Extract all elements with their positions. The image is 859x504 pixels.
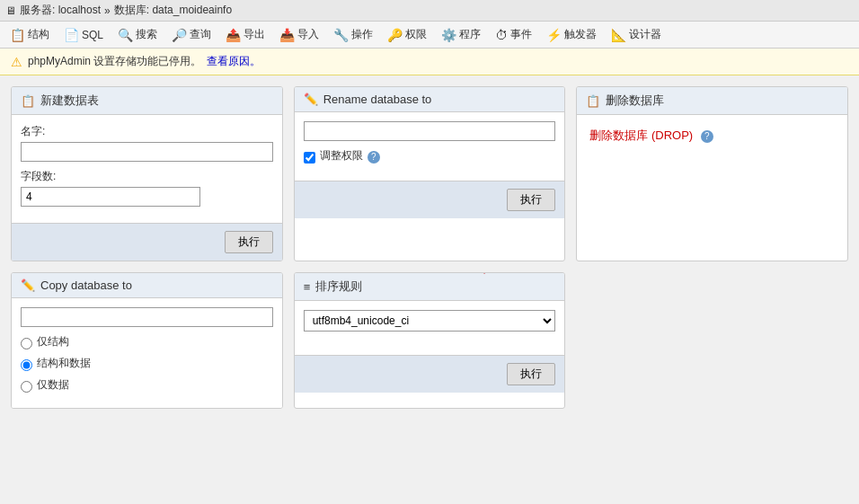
card-delete-header: 📋 删除数据库	[577, 87, 847, 115]
collation-icon: ≡	[304, 280, 311, 294]
card-new-table-title: 新建数据表	[40, 93, 99, 109]
breadcrumb-sep: »	[104, 4, 111, 17]
toolbar-structure-label: 结构	[28, 27, 49, 42]
copy-radio-structure: 仅结构	[21, 334, 273, 352]
card-new-table-header: 📋 新建数据表	[12, 87, 282, 115]
card-collation-header: ≡ 排序规则	[295, 273, 565, 301]
server-label: 服务器: localhost	[20, 3, 101, 18]
toolbar-search[interactable]: 🔍 搜索	[111, 23, 164, 46]
field-count-input[interactable]	[21, 187, 200, 207]
card-copy-header: ✏️ Copy database to	[12, 273, 282, 298]
toolbar-routine-label: 程序	[459, 27, 481, 42]
copy-radio-both-input[interactable]	[21, 359, 32, 371]
server-icon: 🖥	[5, 4, 16, 17]
card-collation-footer: 执行	[295, 355, 565, 393]
rename-checkbox-label: 调整权限	[320, 148, 363, 164]
export-icon: 📤	[226, 28, 241, 42]
card-rename-title: Rename database to	[323, 93, 432, 106]
card-delete: 📋 删除数据库 删除数据库 (DROP) ?	[576, 86, 848, 261]
copy-radio-data: 仅数据	[21, 377, 273, 395]
structure-icon: 📋	[10, 28, 25, 42]
card-new-table-footer: 执行	[12, 223, 282, 261]
copy-radio-both-label: 结构和数据	[37, 356, 91, 371]
card-copy-title: Copy database to	[40, 279, 132, 292]
rename-checkbox[interactable]	[304, 152, 315, 164]
privilege-icon: 🔑	[387, 28, 403, 42]
card-rename-header: ✏️ Rename database to	[295, 87, 565, 112]
routine-icon: ⚙️	[441, 28, 456, 42]
name-field-group: 名字:	[21, 124, 273, 162]
name-label: 名字:	[21, 124, 273, 139]
toolbar-operate-label: 操作	[351, 27, 373, 42]
search-icon: 🔍	[118, 28, 133, 42]
delete-icon: 📋	[586, 94, 600, 108]
rename-icon: ✏️	[304, 93, 318, 106]
main-content: 📋 新建数据表 名字: 字段数: 执行 ✏️ Rename database t…	[0, 75, 859, 420]
delete-db-link[interactable]: 删除数据库 (DROP)	[589, 128, 693, 142]
card-collation: ≡ 排序规则 utf8mb4_unicode_ci utf8_general_c…	[294, 272, 566, 409]
copy-radio-data-input[interactable]	[21, 381, 32, 393]
warning-bar: ⚠ phpMyAdmin 设置存储功能已停用。 查看原因。	[0, 49, 859, 75]
toolbar-event-label: 事件	[510, 27, 532, 42]
collation-select[interactable]: utf8mb4_unicode_ci utf8_general_ci latin…	[304, 310, 556, 332]
name-input[interactable]	[21, 142, 273, 162]
toolbar-structure[interactable]: 📋 结构	[4, 23, 56, 46]
field-count-label: 字段数:	[21, 169, 273, 184]
operate-icon: 🔧	[333, 28, 349, 42]
toolbar-search-label: 搜索	[136, 27, 157, 42]
toolbar-privilege[interactable]: 🔑 权限	[381, 23, 433, 46]
trigger-icon: ⚡	[546, 28, 562, 42]
card-rename: ✏️ Rename database to 调整权限 ? 执行	[294, 86, 566, 261]
db-label: 数据库: data_moideainfo	[114, 3, 232, 18]
card-delete-title: 删除数据库	[606, 93, 664, 109]
toolbar-designer-label: 设计器	[629, 27, 661, 42]
toolbar-export[interactable]: 📤 导出	[219, 23, 271, 46]
warning-text: phpMyAdmin 设置存储功能已停用。	[28, 54, 201, 69]
copy-input[interactable]	[21, 307, 273, 327]
toolbar-designer[interactable]: 📐 设计器	[605, 23, 668, 46]
copy-radio-structure-label: 仅结构	[37, 334, 69, 349]
toolbar-trigger[interactable]: ⚡ 触发器	[540, 23, 603, 46]
toolbar-import-label: 导入	[297, 27, 319, 42]
copy-radio-data-label: 仅数据	[37, 377, 69, 393]
import-icon: 📥	[279, 28, 295, 42]
toolbar-sql[interactable]: 📄 SQL	[58, 24, 110, 46]
rename-exec-btn[interactable]: 执行	[507, 189, 555, 211]
copy-icon: ✏️	[21, 279, 35, 292]
toolbar-query-label: 查询	[190, 27, 211, 42]
collation-exec-btn[interactable]: 执行	[507, 363, 555, 385]
toolbar: 📋 结构 📄 SQL 🔍 搜索 🔎 查询 📤 导出 📥 导入 🔧 操作 🔑 权限…	[0, 22, 859, 49]
toolbar-query[interactable]: 🔎 查询	[165, 23, 217, 46]
toolbar-event[interactable]: ⏱ 事件	[489, 23, 538, 46]
card-new-table: 📋 新建数据表 名字: 字段数: 执行	[11, 86, 283, 261]
delete-help-icon[interactable]: ?	[701, 130, 713, 143]
designer-icon: 📐	[611, 28, 626, 42]
field-count-group: 字段数:	[21, 169, 273, 207]
rename-help-icon[interactable]: ?	[368, 151, 380, 164]
card-copy: ✏️ Copy database to 仅结构 结构和数据 仅数据	[11, 272, 283, 409]
card-rename-footer: 执行	[295, 181, 565, 218]
card-collation-title: 排序规则	[315, 279, 362, 295]
warning-icon: ⚠	[11, 55, 22, 69]
new-table-icon: 📋	[21, 94, 35, 108]
copy-radio-structure-input[interactable]	[21, 338, 32, 349]
query-icon: 🔎	[172, 28, 187, 42]
toolbar-routine[interactable]: ⚙️ 程序	[435, 23, 487, 46]
new-table-exec-btn[interactable]: 执行	[225, 231, 273, 253]
toolbar-privilege-label: 权限	[405, 27, 427, 42]
toolbar-trigger-label: 触发器	[564, 27, 597, 42]
toolbar-sql-label: SQL	[82, 29, 103, 41]
top-bar: 🖥 服务器: localhost » 数据库: data_moideainfo	[0, 0, 859, 22]
rename-input-group	[304, 121, 556, 141]
toolbar-export-label: 导出	[244, 27, 265, 42]
sql-icon: 📄	[64, 28, 79, 42]
copy-input-group	[21, 307, 273, 327]
copy-radio-both: 结构和数据	[21, 356, 273, 374]
toolbar-import[interactable]: 📥 导入	[273, 23, 325, 46]
warning-link[interactable]: 查看原因。	[207, 54, 261, 69]
event-icon: ⏱	[495, 28, 508, 42]
toolbar-operate[interactable]: 🔧 操作	[327, 23, 379, 46]
rename-input[interactable]	[304, 121, 556, 141]
rename-checkbox-row: 调整权限 ?	[304, 148, 556, 166]
